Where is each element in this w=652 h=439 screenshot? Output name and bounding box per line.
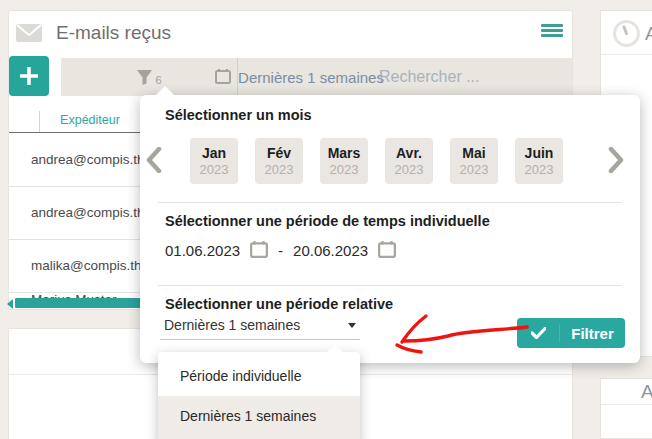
panel-title: E-mails reçus xyxy=(56,22,171,44)
sender-email: andrea@compis.the xyxy=(31,205,152,220)
filter-button[interactable]: 6 xyxy=(61,58,238,96)
chevron-left-icon[interactable] xyxy=(146,147,162,177)
right-panel-title: A xyxy=(645,23,652,45)
search-input[interactable]: Rechercher ... xyxy=(361,58,572,96)
calendar-icon xyxy=(215,68,231,87)
date-range-row: 01.06.2023 - 20.06.2023 xyxy=(165,240,396,261)
dropdown-option-dernieres-1-semaines[interactable]: Dernières 1 semaines xyxy=(158,396,360,439)
filter-button-label: Filtrer xyxy=(560,325,625,342)
calendar-icon[interactable] xyxy=(250,240,268,261)
hamburger-menu-icon[interactable] xyxy=(541,24,563,41)
divider xyxy=(601,54,652,55)
funnel-icon xyxy=(136,69,153,86)
relative-period-dropdown: Période individuelle Dernières 1 semaine… xyxy=(158,352,360,439)
relative-section-title: Sélectionner une période relative xyxy=(165,296,393,312)
month-button-fev[interactable]: Fév2023 xyxy=(255,138,303,184)
caret-down-icon xyxy=(348,323,356,332)
divider xyxy=(158,285,622,286)
chevron-right-icon[interactable] xyxy=(608,147,624,177)
app-screen: E-mails reçus 6 Dernières 1 semaines Rec… xyxy=(0,0,652,439)
checkmark-icon xyxy=(517,324,560,342)
relative-period-value: Dernières 1 semaines xyxy=(164,317,300,333)
divider xyxy=(601,404,652,405)
right-panel-second: A xyxy=(600,378,652,439)
month-button-jan[interactable]: Jan2023 xyxy=(190,138,238,184)
month-button-juin[interactable]: Juin2023 xyxy=(515,138,563,184)
month-button-avr[interactable]: Avr.2023 xyxy=(385,138,433,184)
envelope-icon xyxy=(15,23,43,47)
month-button-mai[interactable]: Mai2023 xyxy=(450,138,498,184)
gauge-icon xyxy=(613,20,640,51)
divider xyxy=(158,202,622,203)
month-button-mars[interactable]: Mars2023 xyxy=(320,138,368,184)
sender-email: malika@compis.the xyxy=(31,258,149,273)
column-header-sender[interactable]: Expéditeur xyxy=(40,113,140,127)
scroll-left-icon[interactable] xyxy=(2,299,13,309)
sender-email: andrea@compis.the xyxy=(31,152,152,167)
filter-apply-button[interactable]: Filtrer xyxy=(517,318,625,348)
date-to-input[interactable]: 20.06.2023 xyxy=(293,242,368,259)
popup-notch xyxy=(155,86,175,96)
dropdown-option-periode-individuelle[interactable]: Période individuelle xyxy=(158,356,360,397)
date-filter-button[interactable]: Dernières 1 semaines xyxy=(238,58,361,96)
date-range-separator: - xyxy=(278,242,283,259)
month-section-title: Sélectionner un mois xyxy=(165,107,312,123)
right-panel-second-title: A xyxy=(641,381,652,403)
period-section-title: Sélectionner une période de temps indivi… xyxy=(165,213,490,229)
relative-period-select[interactable]: Dernières 1 semaines xyxy=(160,313,360,340)
email-toolbar: 6 Dernières 1 semaines Rechercher ... xyxy=(61,58,572,96)
add-email-button[interactable] xyxy=(9,56,49,96)
calendar-icon[interactable] xyxy=(378,240,396,261)
date-from-input[interactable]: 01.06.2023 xyxy=(165,242,240,259)
filter-count-badge: 6 xyxy=(155,74,161,86)
date-filter-popup: Sélectionner un mois Jan2023 Fév2023 Mar… xyxy=(140,95,640,363)
dropdown-notch xyxy=(326,344,344,353)
